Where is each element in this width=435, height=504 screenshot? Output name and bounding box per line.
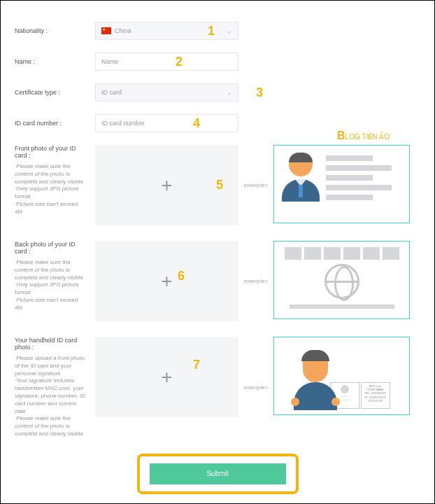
handheld-photo-hint: ·Please upload a front photo of the ID c… xyxy=(15,355,87,438)
watermark: BLOG TIỀN ẢO xyxy=(337,130,390,142)
front-photo-upload[interactable]: + 5 xyxy=(95,145,238,225)
chevron-down-icon: ⌄ xyxy=(227,27,232,34)
front-photo-hint: ·Please make sure the content of the pho… xyxy=(15,163,87,216)
cert-type-select[interactable]: ID card ⌄ xyxy=(95,83,238,102)
annotation-4: 4 xyxy=(193,116,200,131)
handheld-photo-label: Your handheld ID card photo : xyxy=(15,337,87,351)
annotation-6: 6 xyxy=(178,269,185,284)
id-number-label: ID card number : xyxy=(15,120,95,127)
submit-highlight: Submit xyxy=(137,454,299,494)
cert-type-label: Certificate type : xyxy=(15,89,95,96)
back-photo-label: Back photo of your ID card : xyxy=(15,241,87,255)
annotation-7: 7 xyxy=(193,358,200,372)
back-photo-upload[interactable]: + 6 xyxy=(95,241,238,321)
name-input[interactable]: Name xyxy=(95,52,238,71)
avatar-icon xyxy=(280,153,322,216)
name-placeholder: Name xyxy=(101,58,118,65)
annotation-2: 2 xyxy=(176,55,183,69)
plus-icon: + xyxy=(161,366,172,388)
back-preview xyxy=(273,241,410,319)
front-photo-label: Front photo of your ID card : xyxy=(15,145,87,159)
name-label: Name : xyxy=(15,58,95,65)
nationality-select[interactable]: China ⌄ xyxy=(95,22,238,40)
globe-icon xyxy=(325,264,359,299)
annotation-3: 3 xyxy=(256,85,263,100)
handheld-photo-upload[interactable]: + 7 xyxy=(95,337,238,417)
nationality-label: Nationality : xyxy=(15,27,95,34)
person-icon xyxy=(294,350,337,410)
example-label: example> xyxy=(238,182,273,188)
example-label: example> xyxy=(238,384,273,391)
back-photo-hint: ·Please make sure the content of the pho… xyxy=(15,259,87,312)
submit-button[interactable]: Submit xyxy=(150,463,286,484)
annotation-5: 5 xyxy=(216,178,223,192)
handheld-preview: — —— — — MXC.com YOUR NAME TEL: XXXXXXXX… xyxy=(273,337,410,415)
id-number-input[interactable]: ID card number xyxy=(95,114,238,132)
flag-china-icon xyxy=(101,27,111,34)
example-label: example> xyxy=(238,278,273,284)
chevron-down-icon: ⌄ xyxy=(227,89,232,96)
annotation-1: 1 xyxy=(208,24,215,38)
plus-icon: + xyxy=(161,270,172,293)
nationality-value: China xyxy=(115,27,131,34)
id-number-placeholder: ID card number xyxy=(101,120,145,127)
cert-type-value: ID card xyxy=(101,89,122,96)
front-preview xyxy=(273,145,410,223)
plus-icon: + xyxy=(161,174,172,197)
